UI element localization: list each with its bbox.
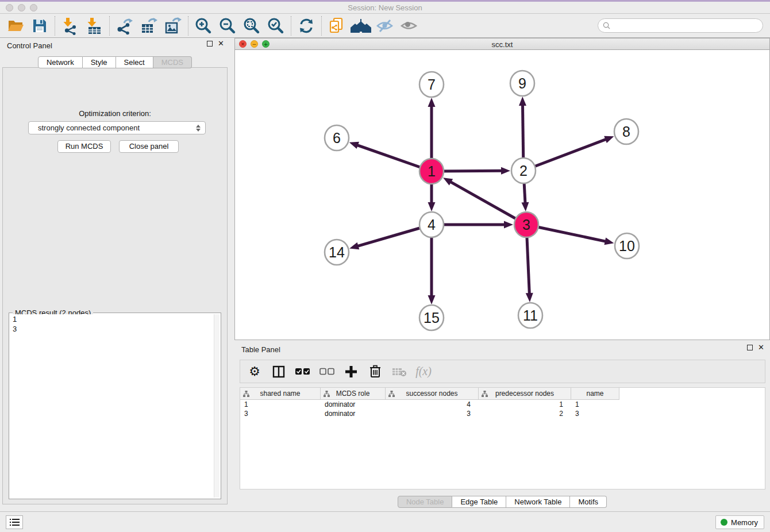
node-table[interactable]: shared nameMCDS rolesuccessor nodesprede… — [240, 387, 765, 489]
show-all-eye-icon[interactable] — [397, 15, 421, 37]
window-title: Session: New Session — [0, 3, 770, 12]
graph-node-3[interactable]: 3 — [514, 212, 538, 237]
table-cell[interactable]: 3 — [386, 409, 479, 418]
graph-node-11[interactable]: 11 — [518, 303, 542, 328]
table-cell[interactable]: dominator — [321, 409, 386, 418]
network-canvas[interactable]: 7968124314101511 — [235, 51, 769, 340]
table-cell[interactable]: 1 — [240, 400, 321, 409]
table-cell[interactable]: 2 — [479, 409, 571, 418]
task-history-button[interactable] — [6, 515, 23, 529]
mcds-panel: Optimization criterion: strongly connect… — [2, 67, 228, 504]
table-row[interactable]: 1dominator411 — [240, 400, 765, 409]
table-cell[interactable]: 4 — [386, 400, 479, 409]
tab-edge-table[interactable]: Edge Table — [452, 496, 506, 508]
table-header-row: shared nameMCDS rolesuccessor nodesprede… — [240, 388, 765, 400]
table-cell[interactable]: 3 — [240, 409, 321, 418]
table-cell[interactable]: 1 — [479, 400, 571, 409]
graph-node-10[interactable]: 10 — [615, 233, 639, 259]
graph-node-8[interactable]: 8 — [614, 119, 638, 144]
close-panel-button[interactable]: Close panel — [119, 140, 179, 153]
control-panel-tabs: NetworkStyleSelectMCDS — [38, 56, 192, 68]
column-type-icon — [482, 391, 488, 397]
search-input[interactable] — [613, 20, 763, 32]
table-row[interactable]: 3dominator323 — [240, 409, 765, 418]
table-settings-icon[interactable]: ⚙ — [247, 364, 262, 379]
import-table-icon[interactable] — [82, 15, 106, 37]
graph-node-label: 1 — [428, 163, 436, 179]
column-header-MCDS-role[interactable]: MCDS role — [321, 388, 386, 400]
tab-node-table[interactable]: Node Table — [398, 496, 453, 508]
export-image-icon[interactable] — [161, 15, 185, 37]
graph-node-4[interactable]: 4 — [419, 212, 444, 237]
column-header-label: predecessor nodes — [495, 390, 554, 398]
tab-style[interactable]: Style — [83, 56, 116, 68]
mcds-result-list[interactable]: 13 — [10, 314, 214, 498]
zoom-in-icon[interactable] — [191, 15, 215, 37]
result-scrollbar[interactable] — [214, 314, 220, 498]
graph-edge-arrow — [428, 202, 436, 211]
refresh-icon[interactable] — [294, 15, 318, 37]
column-header-shared-name[interactable]: shared name — [240, 388, 321, 400]
table-cell[interactable]: 3 — [571, 409, 619, 418]
deselect-all-columns-icon[interactable] — [319, 364, 334, 379]
graph-node-9[interactable]: 9 — [510, 71, 534, 96]
export-network-icon[interactable] — [113, 15, 137, 37]
table-cell[interactable]: dominator — [321, 400, 386, 409]
panel-splitter[interactable] — [230, 38, 234, 511]
column-header-successor-nodes[interactable]: successor nodes — [386, 388, 479, 400]
close-table-panel-icon[interactable]: ✕ — [758, 345, 764, 350]
control-panel: Control Panel ✕ NetworkStyleSelectMCDS O… — [0, 38, 230, 511]
graph-edge-arrow — [604, 238, 614, 245]
open-session-icon[interactable] — [3, 15, 28, 37]
tab-select[interactable]: Select — [116, 56, 153, 68]
column-view-icon[interactable] — [271, 364, 286, 379]
optimization-criterion-label: Optimization criterion: — [3, 109, 227, 118]
select-all-columns-icon[interactable] — [295, 364, 310, 379]
hide-selected-eye-icon[interactable] — [373, 15, 397, 37]
run-mcds-button[interactable]: Run MCDS — [57, 140, 111, 153]
close-panel-icon[interactable]: ✕ — [218, 41, 224, 47]
optimization-criterion-select[interactable]: strongly connected component — [28, 121, 206, 134]
graph-node-2[interactable]: 2 — [511, 158, 536, 183]
search-field[interactable] — [598, 18, 763, 33]
delete-table-icon — [392, 364, 407, 379]
delete-column-icon[interactable] — [368, 364, 383, 379]
memory-button[interactable]: Memory — [715, 515, 764, 529]
float-table-panel-icon[interactable] — [747, 345, 753, 350]
graph-edge-arrow — [521, 202, 529, 211]
import-network-icon[interactable] — [58, 15, 82, 37]
zoom-selected-icon[interactable] — [264, 15, 288, 37]
zoom-fit-icon[interactable] — [240, 15, 264, 37]
tab-network[interactable]: Network — [38, 56, 83, 68]
save-session-icon[interactable] — [28, 15, 52, 37]
home-layout-icon[interactable] — [349, 15, 373, 37]
zoom-out-icon[interactable] — [215, 15, 240, 37]
memory-label: Memory — [731, 518, 758, 527]
graph-node-label: 11 — [523, 307, 538, 323]
graph-node-14[interactable]: 14 — [325, 240, 349, 265]
graph-node-7[interactable]: 7 — [419, 72, 444, 97]
network-window-header[interactable]: ✕ − + scc.txt — [235, 38, 769, 50]
graph-node-1[interactable]: 1 — [419, 159, 444, 184]
column-header-label: shared name — [260, 390, 300, 398]
graph-edge-arrow — [504, 221, 513, 229]
add-column-icon[interactable] — [344, 364, 359, 379]
result-item[interactable]: 1 — [10, 314, 214, 324]
tab-mcds[interactable]: MCDS — [153, 56, 192, 68]
graph-edge-arrow — [428, 295, 436, 304]
result-item[interactable]: 3 — [10, 324, 214, 334]
graph-edge-3-1[interactable] — [450, 182, 526, 225]
graph-node-15[interactable]: 15 — [419, 305, 444, 330]
column-header-predecessor-nodes[interactable]: predecessor nodes — [479, 388, 571, 400]
graph-node-6[interactable]: 6 — [325, 125, 349, 151]
export-table-icon[interactable] — [137, 15, 161, 37]
float-panel-icon[interactable] — [207, 41, 213, 47]
graph-edge-2-8[interactable] — [523, 139, 606, 171]
memory-status-icon — [721, 519, 727, 526]
graph-node-label: 3 — [522, 217, 530, 233]
tab-network-table[interactable]: Network Table — [506, 496, 570, 508]
tab-motifs[interactable]: Motifs — [570, 496, 607, 508]
clone-network-icon[interactable] — [325, 15, 349, 37]
table-cell[interactable]: 1 — [571, 400, 619, 409]
column-header-name[interactable]: name — [571, 388, 619, 400]
